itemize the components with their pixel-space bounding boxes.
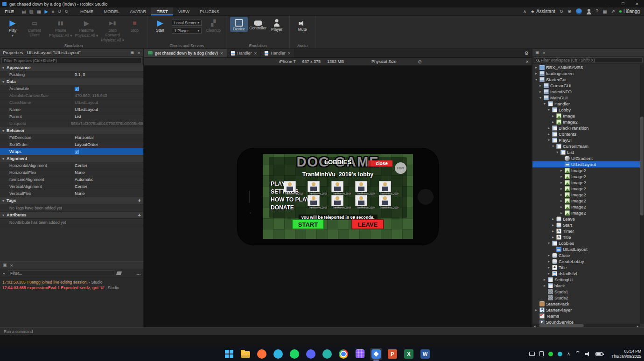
chevron-collapsed-icon[interactable]: ▸ [560,168,563,173]
taskbar-excel[interactable]: X [403,348,415,360]
tree-item-list[interactable]: ▾List [532,149,640,155]
size-mode-dropdown[interactable]: Physical Size [371,58,403,65]
chevron-collapsed-icon[interactable]: ▸ [547,126,551,130]
green-app-tray-icon[interactable] [548,352,553,356]
chevron-collapsed-icon[interactable]: ▸ [560,199,563,203]
tree-item-uilistlayout[interactable]: UIListLayout [532,246,640,252]
chevron-collapsed-icon[interactable]: ▸ [547,253,551,257]
property-row-itemlinealignment[interactable]: ItemLineAlignmentAutomatic [0,176,143,183]
chevron-collapsed-icon[interactable]: ▸ [551,114,555,118]
property-row-uniqueid[interactable]: UniqueId568a7af3075bdfb10790376b00005e68 [0,120,143,127]
chevron-expanded-icon[interactable]: ▾ [539,96,542,100]
chevron-collapsed-icon[interactable]: ▸ [560,180,563,185]
tree-item-black[interactable]: ▸black [532,283,640,289]
lobby-close-button[interactable]: close [371,160,392,167]
property-row-filldirection[interactable]: FillDirectionHorizontal [0,134,143,141]
tree-item-lobby[interactable]: ▾Lobby [532,107,640,113]
redo-icon[interactable] [65,9,69,14]
tree-item-contents[interactable]: ▸Contents [532,131,640,137]
close-tab-icon[interactable]: × [254,51,257,56]
publish-icon[interactable] [567,9,571,14]
tree-item-timer[interactable]: ▸Timer [532,228,640,234]
scroll-left-icon[interactable] [532,323,537,328]
add-icon[interactable]: + [138,212,141,218]
property-row-absolutecontentsize[interactable]: AbsoluteContentSize470.862, 116.943 [0,92,143,99]
chevron-collapsed-icon[interactable]: ▸ [560,205,563,209]
taskbar-powerpoint[interactable]: P [386,348,399,360]
taskbar-meet[interactable] [321,348,333,360]
menu-tab-model[interactable]: MODEL [98,7,125,15]
menu-tab-plugins[interactable]: PLUGINS [195,7,224,15]
explorer-vertical-scrollbar[interactable] [640,64,644,324]
gear-icon[interactable] [524,49,529,57]
tree-item-image[interactable]: ▸Image [532,113,640,119]
property-row-sortorder[interactable]: SortOrderLayoutOrder [0,141,143,148]
menu-item-how-to-play[interactable]: HOW TO PLAY [271,196,309,204]
ribbon-button-player[interactable]: Player [268,17,286,32]
tree-item-blacktransition[interactable]: ▸BlackTransition [532,125,640,131]
document-tab-handler[interactable]: Handler× [227,49,261,57]
notes-tray-icon[interactable] [539,351,544,356]
taskbar-store[interactable] [354,348,366,360]
minimize-button[interactable] [602,0,616,7]
property-row-horizontalflex[interactable]: HorizontalFlexNone [0,169,143,176]
chevron-collapsed-icon[interactable]: ▸ [547,259,551,264]
ribbon-button-device[interactable]: Device [230,17,248,32]
property-row-classname[interactable]: ClassNameUIListLayout [0,99,143,106]
chevron-expanded-icon[interactable]: ▾ [543,102,546,106]
tree-item-loadingscreen[interactable]: ▸loadingscreen [532,70,640,76]
avatar[interactable] [576,8,582,14]
tree-item-playui[interactable]: ▾PlayUI [532,137,640,143]
tree-item-indevinfo[interactable]: ▸IndevINFO [532,89,640,95]
float-panel-icon[interactable] [535,50,539,56]
chevron-collapsed-icon[interactable]: ▸ [539,83,542,88]
player-slot[interactable]: TranMinhVu_2019 [331,181,343,195]
tree-item-image2[interactable]: ▸Image2 [532,167,640,174]
taskbar-spotify[interactable] [288,348,301,360]
property-row-wraps[interactable]: Wraps✓ [0,148,143,155]
tree-item-leave[interactable]: ▸Leave [532,216,640,222]
tree-item-start[interactable]: ▸Start [532,222,640,228]
taskbar-clock[interactable]: 05:14 PM Thu/Jan/09/2025 [611,347,641,361]
more-options-icon[interactable] [136,271,141,276]
ribbon-select-1-player[interactable]: 1 Player▾ [172,28,202,34]
player-slot[interactable]: TranMinhVu_2019 [284,181,296,195]
tree-item-image2[interactable]: ▸Image2 [532,186,640,192]
filter-funnel-icon[interactable] [2,271,6,276]
property-row-horizontalalignment[interactable]: HorizontalAlignmentCenter [0,162,143,169]
tree-item-image2[interactable]: ▸Image2 [532,174,640,180]
ribbon-button-start[interactable]: ▶Start [151,17,169,33]
tree-item-starterplayer[interactable]: ▸StarterPlayer [532,307,640,313]
tree-item-rbx-animsaves[interactable]: ▸RBX_ANIMSAVES [532,64,640,70]
chevron-expanded-icon[interactable]: ▾ [555,150,559,154]
history-icon[interactable] [560,9,563,14]
taskbar-discord[interactable] [305,348,317,360]
wifi-icon[interactable] [575,351,581,357]
player-slot[interactable]: TranMinhVu_2019 [331,195,343,209]
game-screen[interactable]: DOG GAME LOBBIES close Front TranMinhVu_… [263,154,413,239]
chevron-collapsed-icon[interactable]: ▸ [534,71,538,76]
player-slot[interactable]: TranMinhVu_2019 [355,181,367,195]
chevron-collapsed-icon[interactable]: ▸ [551,120,555,124]
taskbar-firefox[interactable] [256,348,268,360]
property-row-archivable[interactable]: Archivable✓ [0,85,143,92]
close-panel-icon[interactable] [138,50,140,56]
close-tab-icon[interactable]: × [288,51,291,56]
chevron-collapsed-icon[interactable]: ▸ [551,229,555,233]
add-icon[interactable]: + [138,198,141,203]
taskbar-word[interactable]: W [419,348,431,360]
float-panel-icon[interactable] [130,50,134,56]
chevron-collapsed-icon[interactable]: ▸ [539,90,542,94]
property-row-padding[interactable]: Padding0.1, 0 [0,71,143,78]
ribbon-button-mute[interactable]: Mute [294,17,311,32]
battery-icon[interactable] [595,352,603,356]
tree-item-title[interactable]: ▸Title [532,234,640,240]
player-slot[interactable]: TranMinhVu_2019 [308,181,320,195]
tree-item-createlobby[interactable]: ▸CreateLobby [532,258,640,264]
taskbar-edge[interactable] [272,348,284,360]
tree-item-teams[interactable]: Teams [532,313,640,319]
tree-item-lobbies[interactable]: ▾Lobbies [532,240,640,246]
document-tab-get-chased-down-by-a-dog-indev[interactable]: get chased down by a dog (indev)× [144,49,227,57]
file-menu-button[interactable]: FILE [0,7,19,15]
open-file-icon[interactable] [29,9,34,14]
